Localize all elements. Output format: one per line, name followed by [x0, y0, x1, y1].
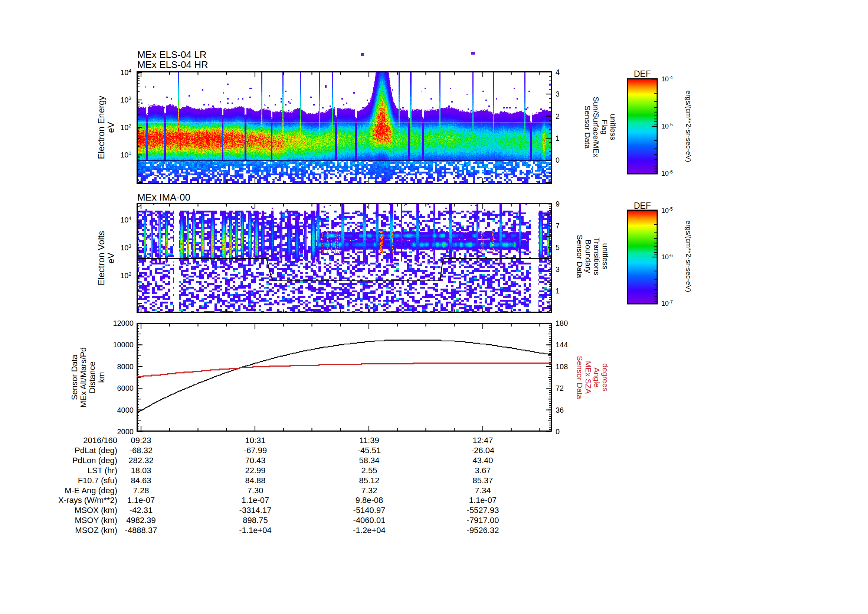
lines-ytick-label: 8000	[117, 362, 134, 371]
ima-boundary-line	[136, 258, 552, 280]
table-row-label: MSOY (km)	[75, 516, 117, 525]
table-cell-value: 43.40	[473, 456, 493, 465]
table-cell-value: -42.31	[130, 505, 152, 515]
table-cell-value: 58.34	[359, 456, 379, 465]
colorbar1-tick-label: 10-4	[661, 75, 673, 83]
lines-ytick-label: 12000	[113, 319, 133, 328]
table-cell-value: 84.88	[245, 476, 265, 485]
colorbar2-tick-label: 10-7	[661, 299, 673, 308]
lines-ytick-label: 2000	[117, 427, 134, 436]
table-cell-value: -1.2e+04	[353, 525, 385, 535]
ima-right-tick-label: 9	[555, 200, 560, 208]
ima-right-tick-label: 5	[555, 243, 560, 252]
els-ylabel-line: Electron Energy	[96, 96, 106, 159]
mex-orbit-summary-figure: MEx ELS-04 LR MEx ELS-04 HR MEx IMA-00 D…	[0, 0, 868, 614]
table-cell-value: -4060.01	[353, 516, 386, 525]
table-cell-value: -7917.00	[467, 516, 499, 525]
ima-right-axis-label-line: Boundary	[584, 235, 593, 278]
table-cell-value: 898.75	[243, 516, 268, 525]
lines-right-tick-label: 144	[555, 340, 568, 349]
ima-right-tick-label: 3	[555, 265, 560, 274]
table-cell-value: -26.04	[471, 446, 494, 455]
table-cell-value: 1.1e-07	[127, 496, 155, 505]
els-ytick-label: 101	[120, 151, 131, 159]
els-right-axis-label-line: unitless	[609, 96, 617, 157]
ima-ylabel-line: eV	[106, 231, 116, 286]
colorbar2-frame	[627, 210, 657, 304]
colorbar1-frame	[627, 78, 657, 174]
table-cell-value: 7.34	[475, 486, 491, 496]
els-right-tick-label: 4	[555, 68, 560, 76]
ima-ylabel-line: Electron Volts	[96, 231, 106, 286]
lines-right-tick-label: 0	[555, 427, 560, 436]
table-cell-value: 18.03	[131, 466, 151, 476]
els-ytick-label: 104	[120, 68, 131, 77]
table-cell-value: 22.99	[245, 466, 265, 476]
table-cell-value: -1.1e+04	[239, 525, 271, 535]
stray-data-pixel	[471, 52, 475, 54]
table-cell-value: 1.1e-07	[469, 496, 497, 505]
els-title-line2: MEx ELS-04 HR	[137, 59, 208, 71]
colorbar2-unit: ergs/(cm**2-sr-sec-eV)	[684, 220, 693, 292]
els-right-tick-label: 3	[555, 90, 560, 98]
time-tick-label: 11:39	[359, 436, 379, 445]
table-cell-value: -4888.37	[125, 525, 157, 535]
lines-axes	[136, 323, 552, 432]
date-label: 2016/160	[83, 436, 117, 445]
table-cell-value: 1.1e-07	[242, 496, 270, 505]
table-cell-value: 3.67	[475, 466, 491, 476]
colorbar2-tick-label: 10-6	[661, 253, 673, 261]
table-cell-value: -45.51	[358, 446, 381, 455]
els-right-axis-label-line: Flag	[600, 96, 609, 157]
table-cell-value: -5140.97	[353, 505, 386, 515]
table-row-label: PdLon (deg)	[72, 456, 117, 465]
colorbar1-unit: ergs/(cm**2-sr-sec-eV)	[684, 90, 693, 162]
sza-right-axis-label-line: Angle	[593, 356, 601, 399]
panel-frame	[137, 324, 552, 431]
lines-ytick-label: 6000	[117, 384, 134, 393]
table-cell-value: -68.32	[130, 446, 152, 455]
ima-ytick-label: 103	[120, 243, 131, 252]
table-row-label: MSOZ (km)	[75, 525, 117, 535]
time-tick-label: 09:23	[131, 436, 151, 445]
els-ytick-label: 103	[120, 95, 131, 104]
table-cell-value: 9.8e-08	[355, 496, 383, 505]
mex-alt-mars-pd-distance-curve	[136, 340, 552, 413]
ima-right-axis-label-line: Sensor Data	[575, 235, 584, 278]
colorbar1-tick-label: 10-5	[661, 122, 673, 131]
table-cell-value: 7.30	[248, 486, 264, 496]
table-cell-value: -3314.17	[239, 505, 272, 515]
table-row-label: F10.7 (sfu)	[78, 476, 117, 485]
colorbar1-tick-label: 10-6	[661, 169, 673, 177]
els-ylabel-line: eV	[106, 96, 116, 159]
table-cell-value: 70.43	[245, 456, 265, 465]
table-cell-value: 85.37	[473, 476, 493, 485]
table-cell-value: -9526.32	[467, 525, 499, 535]
colorbar2-title: DEF	[634, 201, 651, 211]
ima-ytick-label: 104	[120, 215, 131, 224]
lines-right-tick-label: 180	[555, 319, 568, 328]
table-row-label: M-E Ang (deg)	[65, 486, 117, 496]
ima-right-axis-label-line: unitless	[601, 235, 610, 278]
ima-ytick-label: 102	[120, 271, 131, 280]
sza-right-axis-label-line: Sensor Data	[575, 356, 584, 399]
els-right-axis-label-line: Sun/Surface/MEx	[592, 96, 600, 157]
els-right-tick-label: 2	[555, 112, 560, 120]
time-tick-label: 10:31	[245, 436, 265, 445]
lines-ytick-label: 4000	[117, 406, 134, 414]
els-axes	[136, 72, 552, 184]
table-cell-value: 282.32	[129, 456, 153, 465]
ima-right-tick-label: 7	[555, 221, 560, 230]
lines-right-tick-label: 36	[555, 406, 564, 414]
mex-sza-angle-curve	[136, 363, 552, 377]
els-right-tick-label: 0	[555, 156, 560, 165]
lines-right-tick-label: 108	[555, 362, 568, 371]
table-row-label: MSOX (km)	[74, 505, 117, 515]
colorbar1-title: DEF	[634, 69, 651, 79]
ima-right-axis-label-line: Transitions	[593, 235, 601, 278]
lines-ytick-label: 10000	[113, 340, 133, 349]
table-cell-value: 7.28	[133, 486, 149, 496]
sza-right-axis-label-line: MEx SZA	[584, 356, 593, 399]
sza-right-axis-label-line: degrees	[601, 356, 610, 399]
table-cell-value: 2.55	[361, 466, 377, 476]
